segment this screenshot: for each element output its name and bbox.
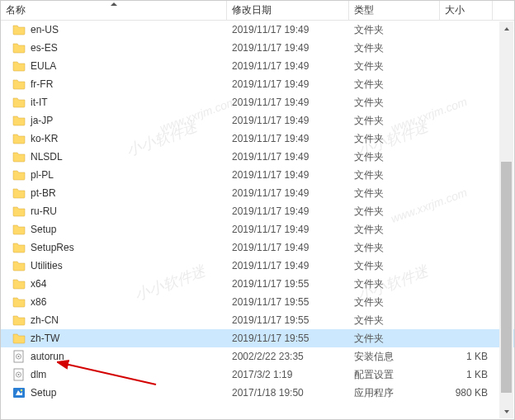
folder-icon: [12, 23, 26, 36]
cell-date: 2017/1/18 19:50: [227, 387, 349, 399]
cell-type: 文件夹: [349, 241, 440, 255]
file-name: NLSDL: [31, 151, 63, 163]
file-row[interactable]: x862019/11/17 19:55文件夹: [1, 293, 514, 311]
file-row[interactable]: ru-RU2019/11/17 19:49文件夹: [1, 202, 514, 220]
folder-icon: [12, 186, 26, 200]
file-list[interactable]: en-US2019/11/17 19:49文件夹es-ES2019/11/17 …: [1, 21, 514, 400]
file-name: ko-KR: [31, 133, 58, 144]
cell-date: 2019/11/17 19:49: [227, 42, 349, 54]
column-header-type[interactable]: 类型: [349, 1, 440, 20]
file-row[interactable]: zh-CN2019/11/17 19:55文件夹: [1, 311, 514, 329]
file-name: en-US: [31, 24, 59, 35]
file-row[interactable]: ko-KR2019/11/17 19:49文件夹: [1, 130, 514, 148]
cell-date: 2019/11/17 19:49: [227, 224, 349, 235]
svg-point-5: [18, 374, 20, 375]
folder-icon: [12, 114, 26, 127]
folder-icon: [12, 241, 26, 254]
cell-name: pl-PL: [1, 168, 227, 182]
file-row[interactable]: x642019/11/17 19:55文件夹: [1, 275, 514, 293]
cell-type: 文件夹: [349, 223, 440, 237]
column-header-row: 名称 修改日期 类型 大小: [1, 1, 514, 21]
cell-type: 文件夹: [349, 277, 440, 291]
column-header-size[interactable]: 大小: [440, 1, 493, 20]
column-header-date[interactable]: 修改日期: [227, 1, 349, 20]
cell-name: ko-KR: [1, 132, 227, 145]
cell-type: 应用程序: [349, 386, 440, 400]
file-row[interactable]: pt-BR2019/11/17 19:49文件夹: [1, 184, 514, 202]
file-name: es-ES: [31, 42, 58, 54]
cell-date: 2019/11/17 19:49: [227, 242, 349, 253]
scroll-down-button[interactable]: [499, 404, 513, 418]
folder-icon: [12, 150, 26, 163]
cell-name: pt-BR: [1, 186, 227, 200]
file-row[interactable]: ja-JP2019/11/17 19:49文件夹: [1, 111, 514, 130]
folder-icon: [12, 59, 26, 73]
column-label: 名称: [6, 3, 26, 17]
file-row[interactable]: Utilities2019/11/17 19:49文件夹: [1, 257, 514, 275]
column-header-name[interactable]: 名称: [1, 1, 227, 20]
cell-date: 2019/11/17 19:49: [227, 115, 349, 126]
cell-date: 2019/11/17 19:49: [227, 78, 349, 90]
cell-name: EULA: [1, 59, 227, 73]
file-name: fr-FR: [31, 78, 53, 90]
cell-type: 文件夹: [349, 41, 440, 55]
cell-name: NLSDL: [1, 150, 227, 163]
cell-type: 安装信息: [349, 350, 440, 364]
cell-date: 2017/3/2 1:19: [227, 369, 349, 380]
cell-type: 文件夹: [349, 150, 440, 164]
file-row[interactable]: en-US2019/11/17 19:49文件夹: [1, 21, 514, 39]
file-row[interactable]: autorun2002/2/22 23:35安装信息1 KB: [1, 347, 514, 366]
cell-date: 2019/11/17 19:55: [227, 278, 349, 290]
file-row[interactable]: SetupRes2019/11/17 19:49文件夹: [1, 238, 514, 257]
folder-icon: [12, 205, 26, 218]
cell-date: 2019/11/17 19:49: [227, 187, 349, 199]
file-name: ru-RU: [31, 205, 57, 217]
file-row[interactable]: it-IT2019/11/17 19:49文件夹: [1, 93, 514, 111]
inf-icon: [12, 350, 26, 363]
sort-ascending-icon: [111, 2, 117, 6]
file-row[interactable]: zh-TW2019/11/17 19:55文件夹: [1, 329, 514, 347]
file-name: Setup: [31, 387, 56, 399]
cell-type: 文件夹: [349, 205, 440, 219]
cell-name: it-IT: [1, 96, 227, 109]
cell-type: 文件夹: [349, 96, 440, 110]
cell-date: 2019/11/17 19:55: [227, 333, 349, 344]
column-label: 类型: [354, 3, 374, 17]
cell-name: fr-FR: [1, 78, 227, 91]
folder-icon: [12, 277, 26, 290]
cell-type: 文件夹: [349, 259, 440, 273]
file-row[interactable]: dlm2017/3/2 1:19配置设置1 KB: [1, 366, 514, 384]
file-row[interactable]: Setup2019/11/17 19:49文件夹: [1, 220, 514, 238]
cell-date: 2019/11/17 19:49: [227, 24, 349, 35]
cell-name: ru-RU: [1, 205, 227, 218]
cell-date: 2019/11/17 19:49: [227, 60, 349, 72]
cell-name: zh-TW: [1, 332, 227, 345]
cell-type: 文件夹: [349, 78, 440, 92]
cell-name: zh-CN: [1, 314, 227, 327]
file-row[interactable]: NLSDL2019/11/17 19:49文件夹: [1, 148, 514, 166]
file-name: x86: [31, 296, 46, 308]
cell-date: 2019/11/17 19:49: [227, 97, 349, 108]
file-row[interactable]: es-ES2019/11/17 19:49文件夹: [1, 39, 514, 57]
file-row[interactable]: EULA2019/11/17 19:49文件夹: [1, 57, 514, 75]
file-row[interactable]: fr-FR2019/11/17 19:49文件夹: [1, 75, 514, 93]
scrollbar-thumb[interactable]: [501, 162, 512, 393]
cell-name: dlm: [1, 368, 227, 381]
folder-icon: [12, 168, 26, 182]
file-row[interactable]: Setup2017/1/18 19:50应用程序980 KB: [1, 384, 514, 400]
folder-icon: [12, 96, 26, 109]
cell-type: 配置设置: [349, 368, 440, 382]
scroll-up-button[interactable]: [499, 21, 513, 35]
cell-date: 2019/11/17 19:55: [227, 296, 349, 308]
cell-name: en-US: [1, 23, 227, 36]
file-name: pt-BR: [31, 187, 56, 199]
file-name: autorun: [31, 351, 64, 362]
file-row[interactable]: pl-PL2019/11/17 19:49文件夹: [1, 166, 514, 184]
vertical-scrollbar[interactable]: [499, 21, 513, 418]
file-name: zh-CN: [31, 314, 59, 326]
file-name: ja-JP: [31, 115, 53, 126]
cell-type: 文件夹: [349, 168, 440, 182]
folder-icon: [12, 259, 26, 272]
file-name: Setup: [31, 224, 56, 235]
folder-icon: [12, 314, 26, 327]
